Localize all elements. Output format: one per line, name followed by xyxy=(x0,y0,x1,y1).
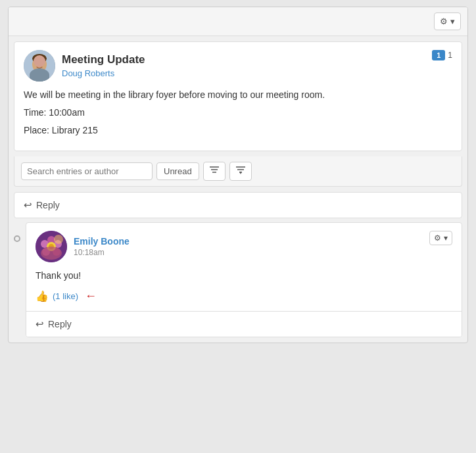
arrow-indicator: ← xyxy=(85,289,97,303)
unread-button[interactable]: Unread xyxy=(156,162,199,180)
gear-icon: ⚙ xyxy=(440,16,448,26)
post-badge: 1 xyxy=(432,50,445,60)
filter-down-icon xyxy=(235,166,246,177)
svg-point-1 xyxy=(30,72,49,82)
svg-point-4 xyxy=(36,63,38,65)
svg-point-15 xyxy=(54,240,62,248)
svg-point-20 xyxy=(49,244,54,249)
post-body: We will be meeting in the library foyer … xyxy=(24,88,452,137)
svg-point-16 xyxy=(53,248,60,256)
comment-reply-bar[interactable]: ↩ Reply xyxy=(26,311,462,337)
comment-card: Emily Boone 10:18am ⚙ ▾ Thank you! 👍 (1 … xyxy=(26,222,462,337)
settings-gear-button[interactable]: ⚙ ▾ xyxy=(434,12,461,30)
dropdown-arrow-icon: ▾ xyxy=(450,16,455,26)
reply-icon: ↩ xyxy=(24,199,32,211)
comment-reply-label: Reply xyxy=(48,319,72,329)
svg-point-5 xyxy=(41,63,43,65)
avatar-image xyxy=(24,50,55,82)
like-count: (1 like) xyxy=(53,291,78,301)
svg-marker-12 xyxy=(239,172,242,174)
post-header: Meeting Update Doug Roberts 1 1 xyxy=(24,50,452,82)
comment-gear-icon: ⚙ xyxy=(434,233,441,243)
avatar xyxy=(24,50,55,82)
post-place: Place: Library 215 xyxy=(24,124,452,137)
post-header-left: Meeting Update Doug Roberts xyxy=(24,50,145,82)
badge-count-text: 1 xyxy=(448,51,452,60)
filter-lines-icon xyxy=(209,166,220,177)
thumbs-up-icon[interactable]: 👍 xyxy=(36,290,49,302)
comment-reply-icon: ↩ xyxy=(36,318,44,330)
svg-point-13 xyxy=(36,231,67,262)
comment-author-name[interactable]: Emily Boone xyxy=(74,236,130,247)
comment-settings-button[interactable]: ⚙ ▾ xyxy=(429,231,452,245)
comment-author-info: Emily Boone 10:18am xyxy=(74,236,130,257)
post-title: Meeting Update xyxy=(62,53,145,66)
filter-bar: Unread xyxy=(14,156,462,187)
comment-header: Emily Boone 10:18am ⚙ ▾ xyxy=(36,231,452,262)
svg-point-2 xyxy=(32,57,47,72)
post-time: Time: 10:00am xyxy=(24,106,452,120)
emily-avatar-image xyxy=(36,231,67,262)
svg-point-3 xyxy=(32,54,47,63)
comment-avatar xyxy=(36,231,67,262)
unread-dot xyxy=(14,235,20,242)
reply-label: Reply xyxy=(36,200,60,210)
comment-dropdown-arrow-icon: ▾ xyxy=(444,233,448,243)
comment-body: Thank you! xyxy=(36,269,452,283)
filter-icon1-button[interactable] xyxy=(203,162,226,181)
post-card: Meeting Update Doug Roberts 1 1 We will … xyxy=(14,41,462,151)
comment-inner: Emily Boone 10:18am ⚙ ▾ Thank you! 👍 (1 … xyxy=(26,223,462,311)
main-container: ⚙ ▾ xyxy=(8,7,468,343)
comment-section: Emily Boone 10:18am ⚙ ▾ Thank you! 👍 (1 … xyxy=(14,222,462,337)
svg-point-17 xyxy=(42,248,50,256)
main-reply-bar[interactable]: ↩ Reply xyxy=(14,192,462,218)
post-body-text: We will be meeting in the library foyer … xyxy=(24,88,452,102)
post-author-link[interactable]: Doug Roberts xyxy=(62,68,114,78)
comment-time: 10:18am xyxy=(74,248,130,257)
svg-point-0 xyxy=(24,50,55,82)
like-row: 👍 (1 like) ← xyxy=(36,289,452,303)
svg-point-19 xyxy=(47,242,56,251)
svg-point-18 xyxy=(41,240,49,248)
filter-icon2-button[interactable] xyxy=(229,162,252,181)
comment-header-left: Emily Boone 10:18am xyxy=(36,231,130,262)
comment-text: Thank you! xyxy=(36,269,452,283)
post-title-area: Meeting Update Doug Roberts xyxy=(62,53,145,78)
top-bar: ⚙ ▾ xyxy=(9,7,467,36)
badge-container: 1 1 xyxy=(432,50,452,60)
search-input[interactable] xyxy=(21,162,153,180)
